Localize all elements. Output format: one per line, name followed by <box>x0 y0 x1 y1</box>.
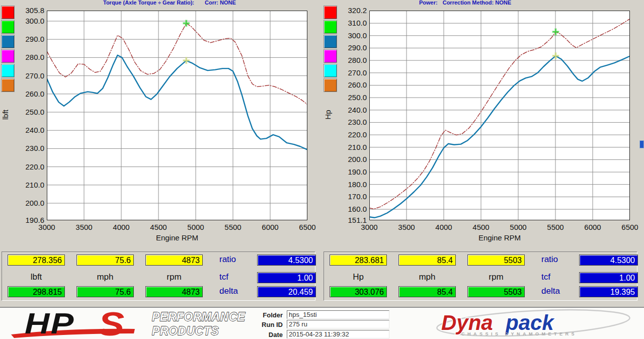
dynapack-tagline: CHASSIS DYNAMOMETERS <box>461 331 577 336</box>
hps-tagline-line1: PERFORMANCE <box>152 310 246 323</box>
y-tick-label: 160.0 <box>334 205 367 213</box>
dynapack-word-pack: pack <box>505 311 555 334</box>
current-torque-value: 278.356 <box>8 255 65 266</box>
x-axis-title: Engine RPM <box>369 233 630 242</box>
delta-label: delta <box>219 286 238 296</box>
y-tick-label: 210.0 <box>334 143 367 151</box>
y-tick-label: 280.0 <box>334 56 367 64</box>
x-tick-label: 3500 <box>68 223 100 231</box>
torque-chart-title: Torque (Axle Torque ÷ Gear Ratio): <box>103 0 194 6</box>
plot-border <box>370 11 630 220</box>
tcf-value: 1.00 <box>579 272 638 283</box>
current-power-value: 283.681 <box>330 255 387 266</box>
y-tick-label: 240.0 <box>334 106 367 114</box>
y-axis-title: lbft <box>1 97 9 132</box>
x-tick-label: 5500 <box>539 223 572 231</box>
y-tick-label: 230.0 <box>334 118 367 126</box>
tcf-label: tcf <box>219 272 228 282</box>
ratio-label: ratio <box>219 255 236 265</box>
speed-unit-label: mph <box>398 272 456 282</box>
torque-unit-label: lbft <box>8 272 65 282</box>
y-tick-label: 190.0 <box>334 168 367 176</box>
series-reference-run-power <box>369 19 630 209</box>
power-plot-area <box>369 11 630 220</box>
x-tick-label: 5000 <box>502 223 534 231</box>
date-input[interactable]: 2015-04-23 11:39:32 <box>287 330 389 338</box>
torque-readout-panel: 278.356 75.6 4873 lbft mph rpm 298.815 7… <box>2 251 315 301</box>
y-tick-label: 220.0 <box>334 131 367 139</box>
reference-power-value: 303.076 <box>330 286 387 297</box>
delta-value: 20.459 <box>257 286 316 297</box>
y-tick-label: 260.0 <box>334 81 367 89</box>
plot-border <box>47 11 307 220</box>
hps-tagline-line2: PRODUCTS <box>152 324 219 337</box>
folder-input[interactable]: hps_15sti <box>287 310 389 319</box>
y-tick-label: 305.8 <box>11 7 44 15</box>
x-tick-label: 6500 <box>291 223 324 231</box>
delta-label: delta <box>541 286 560 296</box>
x-tick-label: 4000 <box>105 223 137 231</box>
y-tick-label: 240.0 <box>11 126 44 134</box>
run-id-input[interactable]: 275 ru <box>287 320 389 328</box>
torque-plot-area <box>47 11 307 220</box>
current-speed-value: 85.4 <box>398 255 456 266</box>
x-tick-label: 6000 <box>254 223 286 231</box>
run-id-label: Run ID <box>253 321 283 328</box>
y-tick-label: 210.0 <box>11 181 44 189</box>
x-tick-label: 4500 <box>465 223 497 231</box>
x-tick-label: 5500 <box>217 223 249 231</box>
reference-rpm-value: 5503 <box>467 286 525 297</box>
reference-rpm-value: 4873 <box>145 286 203 297</box>
ratio-label: ratio <box>541 255 558 265</box>
series-current-run-torque <box>47 55 307 150</box>
tcf-label: tcf <box>541 272 550 282</box>
footer-bar: HP S PERFORMANCE PRODUCTS Folder hps_15s… <box>0 307 644 339</box>
current-rpm-value: 4873 <box>145 255 203 266</box>
x-tick-label: 5000 <box>180 223 212 231</box>
ratio-value: 4.5300 <box>579 255 638 266</box>
y-axis-tick-labels: 305.8300.0290.0280.0270.0260.0250.0240.0… <box>11 0 44 251</box>
current-rpm-value: 5503 <box>467 255 525 266</box>
window-edge-artifact <box>639 140 644 148</box>
power-readout-panel: 283.681 85.4 5503 Hp mph rpm 303.076 85.… <box>324 251 637 301</box>
dynapack-word-dyna: Dyna <box>441 311 493 334</box>
x-axis-tick-labels: 30003500400045005000550060006500 <box>47 223 307 232</box>
x-axis-tick-labels: 30003500400045005000550060006500 <box>369 223 630 232</box>
x-tick-label: 3000 <box>353 223 385 231</box>
tcf-value: 1.00 <box>257 272 316 283</box>
y-tick-label: 180.0 <box>334 181 367 189</box>
rpm-unit-label: rpm <box>467 272 525 282</box>
y-tick-label: 170.0 <box>334 193 367 201</box>
y-tick-label: 250.0 <box>11 108 44 116</box>
x-tick-label: 4000 <box>428 223 460 231</box>
y-tick-label: 200.0 <box>334 155 367 163</box>
torque-chart-header: Torque (Axle Torque ÷ Gear Ratio):Corr: … <box>103 0 236 6</box>
folder-label: Folder <box>253 311 283 319</box>
y-tick-label: 290.0 <box>11 35 44 43</box>
y-tick-label: 200.0 <box>11 199 44 207</box>
ratio-value: 4.5300 <box>257 255 316 266</box>
y-tick-label: 300.0 <box>11 17 44 25</box>
y-tick-label: 320.2 <box>334 7 367 15</box>
hps-letter-red: S <box>98 309 124 339</box>
y-tick-label: 230.0 <box>11 144 44 152</box>
y-tick-label: 310.0 <box>334 19 367 27</box>
reference-speed-value: 85.4 <box>398 286 456 297</box>
hps-letters-black: HP <box>25 309 75 339</box>
y-tick-label: 280.0 <box>11 53 44 61</box>
y-tick-label: 260.0 <box>11 90 44 98</box>
rpm-unit-label: rpm <box>145 272 203 282</box>
y-tick-label: 250.0 <box>334 94 367 102</box>
y-tick-label: 290.0 <box>334 44 367 52</box>
reference-speed-value: 75.6 <box>76 286 134 297</box>
torque-chart-panel: Torque (Axle Torque ÷ Gear Ratio):Corr: … <box>0 0 321 251</box>
y-tick-label: 270.0 <box>11 72 44 80</box>
y-tick-label: 220.0 <box>11 163 44 171</box>
y-tick-label: 300.0 <box>334 32 367 40</box>
power-unit-label: Hp <box>330 272 387 282</box>
y-axis-title: Hp <box>324 97 332 132</box>
x-axis-title: Engine RPM <box>47 233 307 242</box>
peak-marker <box>552 29 558 35</box>
x-tick-label: 6000 <box>577 223 609 231</box>
reference-torque-value: 298.815 <box>8 286 65 297</box>
